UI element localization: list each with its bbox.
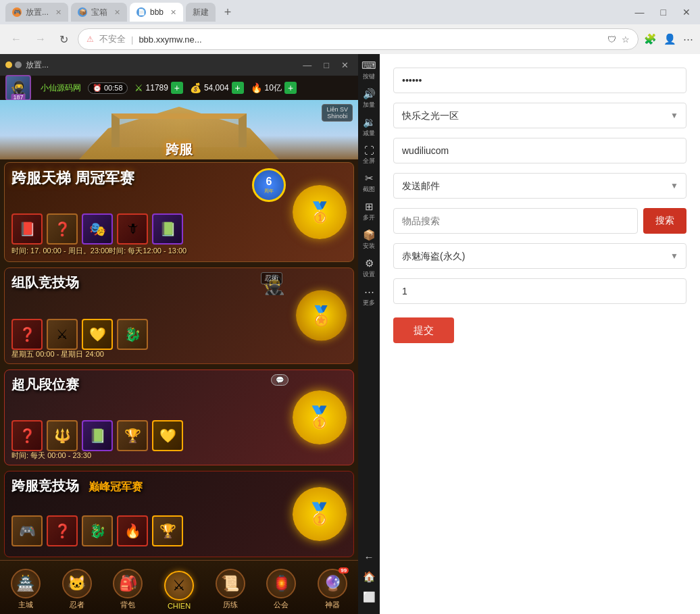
game-minimize-btn[interactable]: — (299, 59, 316, 72)
anniversary-badge: 6 周年 (252, 168, 286, 202)
refresh-button[interactable]: ↻ (55, 30, 72, 49)
ninja-icon: 🐱 (62, 569, 92, 598)
game-titlebar: 放置... — □ ✕ (0, 54, 358, 76)
coin3-item: 🔥 10亿 + (251, 82, 297, 94)
event1-items: 📕 ❓ 🎭 🗡 📗 (11, 213, 183, 245)
new-tab-button[interactable]: + (218, 3, 237, 22)
coin3-plus-btn[interactable]: + (284, 82, 297, 94)
email-select[interactable]: 发送邮件 (393, 173, 686, 199)
nav-chien[interactable]: ⚔ CHIEN (153, 571, 205, 614)
back-button[interactable]: ← (7, 30, 26, 48)
search-row: 搜索 (393, 208, 686, 234)
event2-section[interactable]: 组队竞技场 ❓ ⚔ 💛 🐉 星期五 00:00 - 星期日 24:00 🏅 🥷 … (4, 267, 354, 364)
tab-bbb-close[interactable]: ✕ (170, 8, 176, 17)
bottom-nav-container: ◄ ◄ Quay lại 🏯 主城 🐱 忍者 🎒 背包 (0, 560, 358, 614)
nav-ninja[interactable]: 🐱 忍者 (51, 569, 103, 614)
event2-time: 星期五 00:00 - 星期日 24:00 (11, 349, 104, 359)
nav-god[interactable]: 🔮 99 神器 (307, 569, 358, 614)
settings-icon: ⚙ (365, 257, 374, 270)
event2-item-3: 🐉 (117, 319, 148, 350)
extensions-icon[interactable]: 🧩 (644, 33, 657, 45)
coin2-plus-btn[interactable]: + (232, 82, 244, 94)
tool-keyboard[interactable]: ⌨ 按键 (359, 57, 379, 84)
event1-item-3: 🗡 (117, 213, 148, 245)
event3-item-2: 📗 (82, 420, 113, 451)
tool-apk[interactable]: 📦 安装 (359, 226, 379, 253)
tool-more[interactable]: ⋯ 更多 (359, 283, 379, 310)
tab-bbb-label: bbb (150, 7, 164, 17)
close-button[interactable]: ✕ (678, 5, 695, 19)
event1-item-2: 🎭 (82, 213, 113, 245)
event1-title: 跨服天梯 周冠军赛 (11, 168, 134, 188)
home-icon: 🏠 (363, 571, 376, 583)
forward-button[interactable]: → (31, 30, 50, 48)
address-field[interactable]: ⚠ 不安全 | bbb.xxymw.ne... 🛡 ☆ (78, 28, 639, 50)
tool-back[interactable]: ← (359, 548, 379, 565)
coin2-value: 54,004 (204, 83, 229, 93)
tool-scissors[interactable]: ✂ 截图 (359, 170, 379, 197)
event4-subtitle: 巅峰冠军赛 (89, 481, 143, 492)
recent-icon: ⬜ (363, 591, 376, 603)
nav-guild[interactable]: 🏮 公会 (256, 569, 307, 614)
tab-treasure-close[interactable]: ✕ (114, 8, 120, 17)
game-dot-gray[interactable] (15, 61, 22, 68)
nav-train[interactable]: 📜 历练 (205, 569, 256, 614)
timer-badge: ⏰ 00:58 (88, 82, 128, 94)
server-select[interactable]: 快乐之光一区 (393, 103, 686, 128)
game-statusbar: 🥷 187 小仙源码网 ⏰ 00:58 ⚔ 11789 + 💰 (0, 76, 358, 100)
search-input[interactable] (393, 208, 638, 234)
back-arrow-icon: ← (364, 551, 374, 563)
nav-bag[interactable]: 🎒 背包 (102, 569, 153, 614)
volume-up-label: 加量 (363, 101, 375, 109)
tool-volume-down[interactable]: 🔉 减量 (359, 113, 379, 140)
scissors-label: 截图 (363, 185, 375, 194)
username-input[interactable] (393, 138, 686, 163)
coin1-plus-btn[interactable]: + (171, 82, 183, 94)
toolbar-icons: 🧩 👤 ⋯ (644, 33, 693, 45)
browser-menu-icon[interactable]: ⋯ (683, 33, 693, 45)
profile-icon[interactable]: 👤 (664, 33, 676, 45)
event3-item-3: 🏆 (117, 420, 148, 451)
event3-section[interactable]: 超凡段位赛 ❓ 🔱 📗 🏆 💛 时间: 每天 00:00 - 23:30 🥇 💬 (4, 369, 354, 466)
tool-fullscreen[interactable]: ⛶ 全屏 (359, 142, 379, 168)
tool-home[interactable]: 🏠 (359, 568, 379, 586)
tool-multi-open[interactable]: ⊞ 多开 (359, 198, 379, 225)
tool-volume-up[interactable]: 🔊 加量 (359, 85, 379, 112)
tab-game[interactable]: 🎮 放置... ✕ (5, 3, 68, 22)
event1-section[interactable]: 跨服天梯 周冠军赛 📕 ❓ 🎭 🗡 📗 时间: 17. 00:00 - 周日。2… (4, 162, 354, 262)
apk-label: 安装 (363, 242, 375, 251)
train-icon: 📜 (216, 569, 245, 598)
game-scroll-area[interactable]: Liên SV Shinobi 跨服 跨服天梯 周冠军赛 📕 ❓ 🎭 🗡 📗 (0, 100, 358, 560)
event4-section[interactable]: 跨服竞技场 巅峰冠军赛 🎮 ❓ 🐉 🔥 🏆 🥇 (4, 471, 354, 557)
event2-title: 组队竞技场 (11, 274, 79, 292)
event4-item-0: 🎮 (11, 515, 43, 546)
search-button[interactable]: 搜索 (643, 208, 686, 234)
server-badge-line1: Liên SV (326, 106, 348, 113)
password-input[interactable] (393, 68, 686, 93)
quantity-input[interactable] (393, 278, 686, 304)
minimize-button[interactable]: — (631, 5, 649, 19)
tab-bbb[interactable]: 📄 bbb ✕ (130, 3, 183, 22)
browser-chrome: 🎮 放置... ✕ 📦 宝箱 ✕ 📄 bbb ✕ 新建 + — □ ✕ (0, 0, 700, 54)
tab-treasure[interactable]: 📦 宝箱 ✕ (71, 3, 127, 22)
tab-new[interactable]: 新建 (186, 3, 216, 22)
game-dot-yellow[interactable] (5, 61, 12, 68)
tab-game-close[interactable]: ✕ (55, 8, 61, 17)
temple-area: Liên SV Shinobi 跨服 (0, 100, 358, 159)
event3-item-1: 🔱 (47, 420, 78, 451)
tool-settings[interactable]: ⚙ 设置 (359, 255, 379, 282)
submit-button[interactable]: 提交 (393, 317, 454, 343)
event3-item-4: 💛 (152, 420, 183, 451)
nav-main-city[interactable]: 🏯 主城 (0, 569, 51, 614)
star-icon[interactable]: ☆ (622, 34, 630, 45)
item-select[interactable]: 赤魅海盗(永久) (393, 243, 686, 269)
tool-recent[interactable]: ⬜ (359, 588, 379, 606)
shield-icon[interactable]: 🛡 (607, 34, 616, 45)
game-close-btn[interactable]: ✕ (337, 59, 353, 72)
more-label: 更多 (363, 299, 375, 307)
event1-item-4: 📗 (152, 213, 183, 245)
maximize-button[interactable]: □ (657, 5, 670, 19)
game-title: 放置... (26, 59, 295, 71)
address-icons: 🛡 ☆ (607, 34, 630, 45)
game-maximize-btn[interactable]: □ (320, 59, 333, 72)
